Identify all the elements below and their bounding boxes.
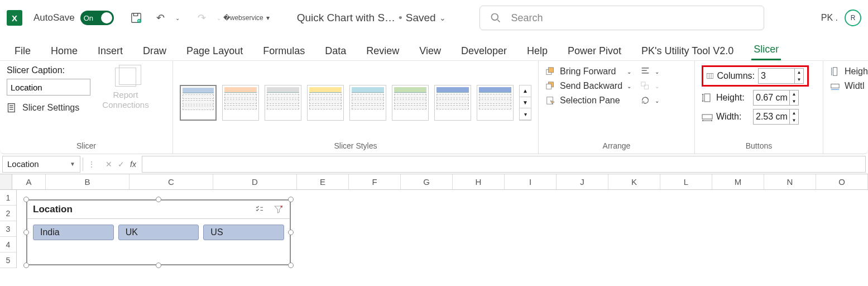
enter-formula-icon[interactable]: ✓ <box>118 160 124 169</box>
col-head-k[interactable]: K <box>608 174 660 189</box>
fx-icon[interactable]: fx <box>130 160 136 169</box>
group-label-buttons: Buttons <box>702 140 816 151</box>
gallery-expand-icon[interactable]: ▾ <box>520 108 531 120</box>
select-all-corner[interactable] <box>0 174 12 189</box>
tab-help[interactable]: Help <box>525 42 550 60</box>
styles-gallery-more[interactable]: ▲▼▾ <box>519 85 531 121</box>
tab-draw[interactable]: Draw <box>141 42 169 60</box>
cancel-formula-icon[interactable]: ✕ <box>105 160 112 169</box>
col-head-e[interactable]: E <box>297 174 349 189</box>
tab-slicer[interactable]: Slicer <box>751 40 781 60</box>
align-button[interactable]: ⌄ <box>640 66 659 77</box>
tab-page-layout[interactable]: Page Layout <box>184 42 245 60</box>
tab-insert[interactable]: Insert <box>95 42 125 60</box>
row-head-2[interactable]: 2 <box>0 206 17 221</box>
search-box[interactable]: Search <box>479 6 764 30</box>
tab-file[interactable]: File <box>12 42 33 60</box>
slicer-style-8[interactable] <box>477 85 514 121</box>
user-account[interactable]: PK . R <box>821 9 861 26</box>
more-options-icon[interactable]: ⋮ <box>83 160 100 169</box>
slicer-caption-label: Slicer Caption: <box>7 65 90 75</box>
slicer-settings-button[interactable]: Slicer Settings <box>7 102 90 113</box>
columns-label: Columns: <box>717 71 755 81</box>
tab-pk-utility[interactable]: PK's Utility Tool V2.0 <box>639 42 736 60</box>
col-head-f[interactable]: F <box>349 174 401 189</box>
gallery-up-icon[interactable]: ▲ <box>520 85 531 97</box>
name-box-dropdown-icon[interactable]: ▼ <box>70 161 75 167</box>
col-head-o[interactable]: O <box>816 174 868 189</box>
name-box[interactable]: Location ▼ <box>2 156 80 173</box>
columns-up-icon[interactable]: ▲ <box>794 69 803 76</box>
save-icon[interactable] <box>128 10 144 26</box>
slicer-style-6[interactable] <box>392 85 429 121</box>
columns-down-icon[interactable]: ▼ <box>794 76 803 83</box>
tab-home[interactable]: Home <box>49 42 80 60</box>
size-width-icon <box>830 81 840 91</box>
slicer-style-5[interactable] <box>349 85 386 121</box>
button-width-label: Width: <box>716 112 741 122</box>
slicer-style-4[interactable] <box>307 85 344 121</box>
autosave-toggle-group: AutoSave On <box>33 11 114 25</box>
col-head-a[interactable]: A <box>12 174 46 189</box>
group-button[interactable]: ⌄ <box>640 81 659 91</box>
col-head-d[interactable]: D <box>213 174 297 189</box>
button-height-input[interactable]: 0.67 cm▲▼ <box>753 90 799 106</box>
col-head-j[interactable]: J <box>557 174 608 189</box>
resize-handle-tl[interactable] <box>23 197 29 202</box>
resize-handle-b[interactable] <box>156 263 161 268</box>
rotate-button[interactable]: ⌄ <box>640 96 659 106</box>
col-head-n[interactable]: N <box>764 174 816 189</box>
col-head-b[interactable]: B <box>46 174 130 189</box>
selection-pane-button[interactable]: Selection Pane <box>545 96 631 106</box>
slicer-style-7[interactable] <box>434 85 471 121</box>
columns-input[interactable]: 3▲▼ <box>758 68 804 84</box>
resize-handle-bl[interactable] <box>23 263 29 268</box>
slicer-caption-input[interactable] <box>7 79 90 96</box>
size-width-button[interactable]: Widtl <box>830 81 868 91</box>
col-head-c[interactable]: C <box>130 174 213 189</box>
resize-handle-t[interactable] <box>156 197 161 202</box>
document-title[interactable]: Quick Chart with S… • Saved ⌄ <box>297 12 446 24</box>
slicer-style-1[interactable] <box>180 85 217 121</box>
formula-input[interactable] <box>142 156 866 173</box>
row-head-5[interactable]: 5 <box>0 252 17 268</box>
report-connections-icon <box>115 68 136 87</box>
redo-icon[interactable]: ↷ <box>194 10 210 26</box>
align-icon <box>640 66 650 77</box>
tab-view[interactable]: View <box>417 42 443 60</box>
resize-handle-br[interactable] <box>288 263 294 268</box>
autosave-label: AutoSave <box>33 12 75 23</box>
undo-icon[interactable]: ↶ <box>153 10 169 26</box>
resize-handle-tr[interactable] <box>288 197 294 202</box>
slicer-style-2[interactable] <box>222 85 259 121</box>
qat-customize-icon[interactable]: �webservice <box>236 10 251 26</box>
col-head-i[interactable]: I <box>505 174 557 189</box>
tab-developer[interactable]: Developer <box>459 42 509 60</box>
tab-formulas[interactable]: Formulas <box>261 42 307 60</box>
resize-handle-r[interactable] <box>288 230 294 235</box>
tab-review[interactable]: Review <box>364 42 401 60</box>
row-head-3[interactable]: 3 <box>0 221 17 237</box>
send-backward-button[interactable]: Send Backward ⌄ <box>545 81 631 91</box>
row-head-4[interactable]: 4 <box>0 237 17 252</box>
bring-forward-button[interactable]: Bring Forward ⌄ <box>545 66 631 77</box>
undo-dropdown-icon[interactable]: ⌄ <box>170 10 185 26</box>
size-height-button[interactable]: Heigh <box>830 66 868 77</box>
col-head-g[interactable]: G <box>401 174 453 189</box>
gallery-down-icon[interactable]: ▼ <box>520 97 531 109</box>
slicer-object[interactable]: Location India UK US <box>27 200 290 265</box>
autosave-toggle[interactable]: On <box>80 11 114 25</box>
col-head-h[interactable]: H <box>453 174 505 189</box>
qat-overflow-icon[interactable]: ▾ <box>260 10 276 26</box>
svg-rect-14 <box>833 68 837 75</box>
col-head-m[interactable]: M <box>712 174 764 189</box>
resize-handle-l[interactable] <box>23 230 29 235</box>
tab-power-pivot[interactable]: Power Pivot <box>565 42 624 60</box>
slicer-selection-border <box>26 199 291 265</box>
tab-data[interactable]: Data <box>323 42 348 60</box>
button-width-input[interactable]: 2.53 cm▲▼ <box>753 109 799 125</box>
row-head-1[interactable]: 1 <box>0 190 17 206</box>
col-head-l[interactable]: L <box>660 174 712 189</box>
slicer-style-3[interactable] <box>265 85 301 121</box>
ribbon-tabs: File Home Insert Draw Page Layout Formul… <box>0 36 868 60</box>
